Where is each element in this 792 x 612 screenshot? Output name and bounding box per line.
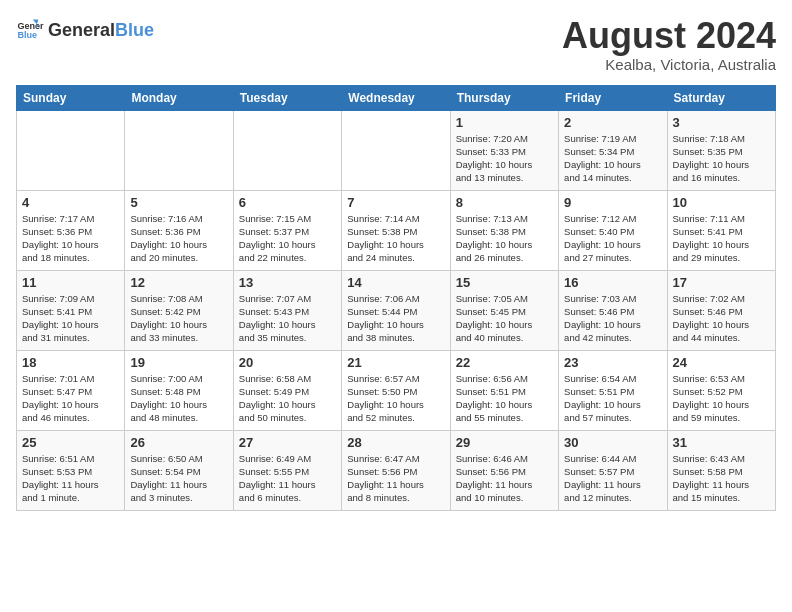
day-cell — [342, 110, 450, 190]
day-cell: 2Sunrise: 7:19 AM Sunset: 5:34 PM Daylig… — [559, 110, 667, 190]
day-number: 22 — [456, 355, 553, 370]
day-number: 3 — [673, 115, 770, 130]
day-cell: 19Sunrise: 7:00 AM Sunset: 5:48 PM Dayli… — [125, 350, 233, 430]
day-number: 18 — [22, 355, 119, 370]
weekday-header-thursday: Thursday — [450, 85, 558, 110]
day-info: Sunrise: 7:13 AM Sunset: 5:38 PM Dayligh… — [456, 212, 553, 265]
page-header: General Blue GeneralBlue August 2024 Kea… — [16, 16, 776, 73]
day-cell: 27Sunrise: 6:49 AM Sunset: 5:55 PM Dayli… — [233, 430, 341, 510]
day-info: Sunrise: 7:02 AM Sunset: 5:46 PM Dayligh… — [673, 292, 770, 345]
logo-icon: General Blue — [16, 16, 44, 44]
day-info: Sunrise: 6:49 AM Sunset: 5:55 PM Dayligh… — [239, 452, 336, 505]
week-row-3: 11Sunrise: 7:09 AM Sunset: 5:41 PM Dayli… — [17, 270, 776, 350]
day-number: 16 — [564, 275, 661, 290]
day-number: 12 — [130, 275, 227, 290]
day-info: Sunrise: 6:44 AM Sunset: 5:57 PM Dayligh… — [564, 452, 661, 505]
day-cell — [17, 110, 125, 190]
weekday-header-monday: Monday — [125, 85, 233, 110]
day-cell: 21Sunrise: 6:57 AM Sunset: 5:50 PM Dayli… — [342, 350, 450, 430]
day-number: 10 — [673, 195, 770, 210]
day-cell: 8Sunrise: 7:13 AM Sunset: 5:38 PM Daylig… — [450, 190, 558, 270]
week-row-5: 25Sunrise: 6:51 AM Sunset: 5:53 PM Dayli… — [17, 430, 776, 510]
day-number: 7 — [347, 195, 444, 210]
day-info: Sunrise: 7:14 AM Sunset: 5:38 PM Dayligh… — [347, 212, 444, 265]
day-cell — [125, 110, 233, 190]
day-info: Sunrise: 7:09 AM Sunset: 5:41 PM Dayligh… — [22, 292, 119, 345]
day-cell: 14Sunrise: 7:06 AM Sunset: 5:44 PM Dayli… — [342, 270, 450, 350]
day-info: Sunrise: 7:07 AM Sunset: 5:43 PM Dayligh… — [239, 292, 336, 345]
day-info: Sunrise: 6:56 AM Sunset: 5:51 PM Dayligh… — [456, 372, 553, 425]
logo-general: General — [48, 20, 115, 41]
day-info: Sunrise: 6:57 AM Sunset: 5:50 PM Dayligh… — [347, 372, 444, 425]
day-info: Sunrise: 6:47 AM Sunset: 5:56 PM Dayligh… — [347, 452, 444, 505]
weekday-header-friday: Friday — [559, 85, 667, 110]
day-number: 14 — [347, 275, 444, 290]
day-number: 17 — [673, 275, 770, 290]
day-cell: 18Sunrise: 7:01 AM Sunset: 5:47 PM Dayli… — [17, 350, 125, 430]
svg-text:General: General — [17, 21, 44, 31]
weekday-header-sunday: Sunday — [17, 85, 125, 110]
day-cell: 26Sunrise: 6:50 AM Sunset: 5:54 PM Dayli… — [125, 430, 233, 510]
day-cell: 22Sunrise: 6:56 AM Sunset: 5:51 PM Dayli… — [450, 350, 558, 430]
day-number: 31 — [673, 435, 770, 450]
day-cell: 11Sunrise: 7:09 AM Sunset: 5:41 PM Dayli… — [17, 270, 125, 350]
day-cell: 25Sunrise: 6:51 AM Sunset: 5:53 PM Dayli… — [17, 430, 125, 510]
day-number: 6 — [239, 195, 336, 210]
day-cell: 28Sunrise: 6:47 AM Sunset: 5:56 PM Dayli… — [342, 430, 450, 510]
day-info: Sunrise: 6:51 AM Sunset: 5:53 PM Dayligh… — [22, 452, 119, 505]
day-number: 27 — [239, 435, 336, 450]
location: Kealba, Victoria, Australia — [562, 56, 776, 73]
week-row-4: 18Sunrise: 7:01 AM Sunset: 5:47 PM Dayli… — [17, 350, 776, 430]
day-cell: 12Sunrise: 7:08 AM Sunset: 5:42 PM Dayli… — [125, 270, 233, 350]
day-number: 5 — [130, 195, 227, 210]
day-number: 8 — [456, 195, 553, 210]
week-row-2: 4Sunrise: 7:17 AM Sunset: 5:36 PM Daylig… — [17, 190, 776, 270]
day-info: Sunrise: 6:46 AM Sunset: 5:56 PM Dayligh… — [456, 452, 553, 505]
day-cell: 29Sunrise: 6:46 AM Sunset: 5:56 PM Dayli… — [450, 430, 558, 510]
day-number: 23 — [564, 355, 661, 370]
day-info: Sunrise: 7:01 AM Sunset: 5:47 PM Dayligh… — [22, 372, 119, 425]
day-info: Sunrise: 7:18 AM Sunset: 5:35 PM Dayligh… — [673, 132, 770, 185]
day-cell: 7Sunrise: 7:14 AM Sunset: 5:38 PM Daylig… — [342, 190, 450, 270]
day-number: 21 — [347, 355, 444, 370]
logo-blue: Blue — [115, 20, 154, 41]
day-number: 4 — [22, 195, 119, 210]
day-number: 24 — [673, 355, 770, 370]
day-cell: 10Sunrise: 7:11 AM Sunset: 5:41 PM Dayli… — [667, 190, 775, 270]
day-cell: 16Sunrise: 7:03 AM Sunset: 5:46 PM Dayli… — [559, 270, 667, 350]
day-number: 2 — [564, 115, 661, 130]
day-info: Sunrise: 7:16 AM Sunset: 5:36 PM Dayligh… — [130, 212, 227, 265]
day-info: Sunrise: 7:08 AM Sunset: 5:42 PM Dayligh… — [130, 292, 227, 345]
logo: General Blue GeneralBlue — [16, 16, 154, 44]
day-info: Sunrise: 7:11 AM Sunset: 5:41 PM Dayligh… — [673, 212, 770, 265]
day-number: 26 — [130, 435, 227, 450]
day-cell: 17Sunrise: 7:02 AM Sunset: 5:46 PM Dayli… — [667, 270, 775, 350]
day-number: 1 — [456, 115, 553, 130]
weekday-header-saturday: Saturday — [667, 85, 775, 110]
day-cell: 9Sunrise: 7:12 AM Sunset: 5:40 PM Daylig… — [559, 190, 667, 270]
day-number: 29 — [456, 435, 553, 450]
day-info: Sunrise: 6:53 AM Sunset: 5:52 PM Dayligh… — [673, 372, 770, 425]
day-number: 15 — [456, 275, 553, 290]
day-number: 13 — [239, 275, 336, 290]
day-cell: 31Sunrise: 6:43 AM Sunset: 5:58 PM Dayli… — [667, 430, 775, 510]
day-info: Sunrise: 7:17 AM Sunset: 5:36 PM Dayligh… — [22, 212, 119, 265]
day-cell: 6Sunrise: 7:15 AM Sunset: 5:37 PM Daylig… — [233, 190, 341, 270]
day-info: Sunrise: 6:54 AM Sunset: 5:51 PM Dayligh… — [564, 372, 661, 425]
day-number: 30 — [564, 435, 661, 450]
month-title: August 2024 — [562, 16, 776, 56]
day-cell: 15Sunrise: 7:05 AM Sunset: 5:45 PM Dayli… — [450, 270, 558, 350]
day-info: Sunrise: 7:19 AM Sunset: 5:34 PM Dayligh… — [564, 132, 661, 185]
day-number: 19 — [130, 355, 227, 370]
week-row-1: 1Sunrise: 7:20 AM Sunset: 5:33 PM Daylig… — [17, 110, 776, 190]
day-info: Sunrise: 7:15 AM Sunset: 5:37 PM Dayligh… — [239, 212, 336, 265]
day-cell: 30Sunrise: 6:44 AM Sunset: 5:57 PM Dayli… — [559, 430, 667, 510]
day-number: 20 — [239, 355, 336, 370]
day-cell: 1Sunrise: 7:20 AM Sunset: 5:33 PM Daylig… — [450, 110, 558, 190]
day-cell: 20Sunrise: 6:58 AM Sunset: 5:49 PM Dayli… — [233, 350, 341, 430]
day-cell: 23Sunrise: 6:54 AM Sunset: 5:51 PM Dayli… — [559, 350, 667, 430]
day-info: Sunrise: 6:50 AM Sunset: 5:54 PM Dayligh… — [130, 452, 227, 505]
day-number: 9 — [564, 195, 661, 210]
day-info: Sunrise: 7:03 AM Sunset: 5:46 PM Dayligh… — [564, 292, 661, 345]
weekday-header-tuesday: Tuesday — [233, 85, 341, 110]
